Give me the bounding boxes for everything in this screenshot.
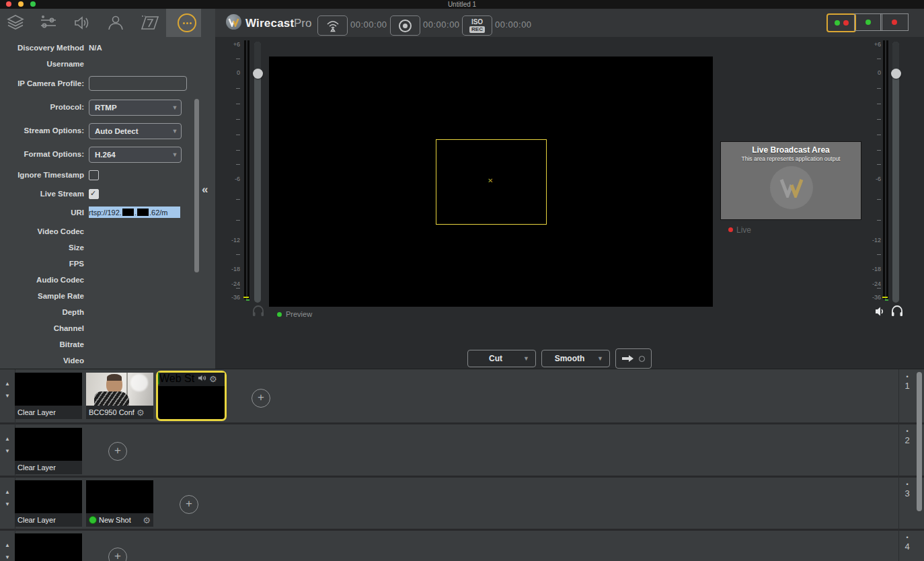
gear-icon[interactable] — [137, 408, 145, 417]
shot-clear-layer[interactable]: Clear Layer — [15, 373, 82, 419]
collapse-panel-button[interactable]: « — [202, 183, 208, 196]
preview-canvas[interactable] — [269, 57, 713, 307]
record-button[interactable] — [390, 15, 420, 36]
preview-headphones-icon[interactable] — [252, 304, 265, 317]
bitrate-label: Bitrate — [0, 340, 84, 348]
stream-options-label: Stream Options: — [0, 126, 84, 135]
add-shot-button-layer2[interactable] — [108, 442, 127, 461]
video-label: Video — [0, 357, 84, 365]
meter-tick-label: +6 — [224, 41, 240, 48]
layer2-move-up-button[interactable] — [3, 436, 12, 443]
audio-icon[interactable] — [198, 374, 206, 382]
shot-web-stream-selected[interactable]: Web St — [156, 371, 227, 421]
shot-clear-layer[interactable]: Clear Layer — [15, 480, 82, 527]
meter-tick-label: -12 — [224, 237, 240, 244]
view-toggle-live-only[interactable] — [880, 13, 909, 31]
shot-name: BCC950 Conf — [89, 408, 134, 416]
shot-properties-icon[interactable] — [176, 13, 198, 33]
layer3-move-down-button[interactable] — [3, 501, 12, 508]
social-guest-icon[interactable] — [104, 13, 127, 33]
layer4-move-up-button[interactable] — [3, 542, 12, 549]
add-shot-button-layer4[interactable] — [108, 548, 127, 561]
replay-settings-icon[interactable] — [37, 13, 60, 33]
ellipsis-icon — [178, 13, 196, 32]
redaction-box — [122, 209, 134, 216]
shot-layers-icon[interactable] — [4, 13, 27, 33]
sidebar-scrollbar[interactable] — [194, 99, 199, 272]
meter-tick-label: -12 — [865, 237, 881, 244]
protocol-select[interactable]: RTMP ▼ — [89, 100, 182, 116]
live-stream-checkbox[interactable] — [89, 189, 99, 199]
shot-name: Clear Layer — [17, 463, 56, 472]
uri-text: rtsp://192. — [89, 209, 122, 217]
live-volume-knob[interactable] — [891, 69, 901, 79]
add-shot-button-layer1[interactable] — [252, 389, 270, 408]
live-status-dot — [728, 227, 733, 232]
meter-tick-label: -6 — [865, 176, 881, 182]
format-options-select[interactable]: H.264 ▼ — [89, 147, 182, 163]
ip-camera-profile-label: IP Camera Profile: — [0, 79, 84, 87]
layer-dot-icon — [898, 428, 916, 435]
meter-tick-label: -18 — [865, 266, 881, 272]
live-audio-meter-left — [883, 40, 885, 299]
uri-text: .62/m — [149, 209, 168, 217]
meter-tick-label: -18 — [224, 266, 240, 272]
layer4-move-down-button[interactable] — [3, 554, 12, 561]
gear-icon[interactable] — [209, 374, 217, 384]
layer1-move-up-button[interactable] — [3, 381, 12, 387]
chevron-down-icon: ▼ — [523, 355, 535, 362]
transition-smooth-select[interactable]: Smooth ▼ — [541, 350, 610, 367]
live-panel-subtitle: This area represents application output — [721, 155, 861, 162]
shot-new-shot[interactable]: New Shot — [86, 480, 153, 527]
live-dot-icon — [843, 20, 849, 26]
go-indicator-icon — [639, 356, 645, 362]
meter-level-indicator — [885, 299, 888, 301]
layer1-move-down-button[interactable] — [3, 393, 12, 400]
shot-bcc950-conf[interactable]: BCC950 Conf — [86, 373, 153, 419]
depth-label: Depth — [0, 308, 84, 316]
video-codec-label: Video Codec — [0, 227, 84, 235]
stream-options-select[interactable]: Auto Detect ▼ — [89, 123, 182, 139]
meter-tick-label: -24 — [224, 280, 240, 287]
layer2-move-down-button[interactable] — [3, 448, 12, 455]
layers-scrollbar[interactable] — [917, 372, 922, 511]
live-volume-slider[interactable] — [892, 42, 899, 303]
layer-number: 3 — [898, 488, 916, 498]
layer3-move-up-button[interactable] — [3, 489, 12, 496]
shot-clear-layer[interactable] — [15, 533, 82, 561]
preview-volume-knob[interactable] — [253, 69, 263, 79]
ignore-timestamp-checkbox[interactable] — [89, 170, 99, 180]
uri-input[interactable]: rtsp://192...62/m — [89, 207, 180, 218]
shot-selection-rectangle[interactable] — [436, 139, 547, 225]
preview-volume-slider[interactable] — [254, 42, 261, 303]
shot-clear-layer[interactable]: Clear Layer — [15, 428, 82, 474]
protocol-label: Protocol: — [0, 103, 84, 111]
stream-button[interactable] — [317, 15, 348, 36]
window-title: Untitled 1 — [0, 1, 924, 8]
discovery-method-label: Discovery Method — [0, 44, 84, 52]
live-panel-title: Live Broadcast Area — [721, 145, 861, 155]
meter-tick-label: -24 — [865, 280, 881, 287]
shot-name: Clear Layer — [17, 516, 56, 524]
audio-mixer-icon[interactable] — [71, 13, 93, 33]
center-anchor-icon[interactable] — [488, 177, 493, 184]
format-options-value: H.264 — [89, 151, 169, 159]
sample-rate-label: Sample Rate — [0, 292, 84, 300]
shot-name: Clear Layer — [17, 408, 56, 416]
go-transition-button[interactable] — [615, 348, 652, 369]
uri-text: . — [134, 209, 137, 217]
iso-record-button[interactable]: ISO REC — [462, 15, 492, 36]
view-toggle-preview-live[interactable] — [826, 13, 856, 32]
transition-smooth-value: Smooth — [542, 354, 597, 363]
add-shot-button-layer3[interactable] — [180, 495, 198, 514]
live-headphones-icon[interactable] — [890, 304, 904, 317]
transition-cut-select[interactable]: Cut ▼ — [467, 350, 536, 367]
preview-label: Preview — [286, 310, 312, 318]
meter-peak-indicator — [882, 297, 888, 298]
gear-icon[interactable] — [143, 516, 151, 525]
titler-icon[interactable] — [139, 13, 161, 33]
layer-number: 4 — [898, 541, 916, 552]
live-speaker-icon[interactable] — [874, 305, 886, 317]
ip-camera-profile-input[interactable] — [89, 76, 187, 91]
view-toggle-preview-only[interactable] — [854, 13, 882, 31]
